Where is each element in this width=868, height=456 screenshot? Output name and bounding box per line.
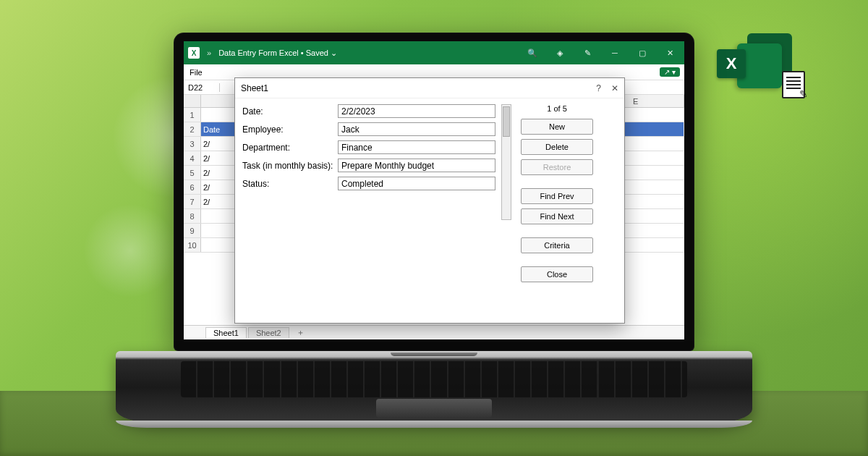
row-header[interactable]: 6: [184, 180, 201, 194]
excel-x-icon: X: [717, 49, 746, 78]
close-window-icon[interactable]: ✕: [660, 48, 680, 58]
dialog-title: Sheet1: [241, 83, 268, 93]
share-icon: ↗: [664, 68, 670, 76]
select-all-corner[interactable]: [184, 95, 201, 107]
field-label: Task (in monthly basis):: [242, 161, 338, 171]
document-edit-icon: [782, 71, 805, 98]
row-header[interactable]: 1: [184, 108, 201, 122]
field-input[interactable]: [338, 159, 495, 172]
record-counter: 1 of 5: [547, 104, 567, 113]
minimize-icon[interactable]: ─: [605, 48, 625, 57]
field-label: Department:: [242, 143, 338, 153]
share-button[interactable]: ↗ ▾: [660, 67, 680, 77]
laptop-keyboard: [181, 361, 687, 397]
pen-icon[interactable]: ✎: [577, 48, 597, 58]
find-next-button[interactable]: Find Next: [521, 208, 593, 224]
field-input[interactable]: [338, 122, 495, 136]
field-input[interactable]: [338, 104, 495, 118]
sheet-tab-bar: Sheet1 Sheet2 ＋: [184, 325, 684, 339]
criteria-button[interactable]: Criteria: [521, 237, 593, 253]
maximize-icon[interactable]: ▢: [632, 48, 652, 58]
row-header[interactable]: 2: [184, 122, 201, 136]
chevron-down-icon[interactable]: ⌄: [331, 48, 337, 57]
document-title: Data Entry Form Excel • Saved ⌄: [218, 48, 337, 58]
field-input[interactable]: [338, 177, 495, 190]
excel-app-icon: X: [188, 47, 200, 59]
row-header[interactable]: 8: [184, 209, 201, 223]
excel-floating-badge: X: [712, 30, 799, 96]
row-header[interactable]: 10: [184, 238, 201, 252]
help-icon[interactable]: ?: [596, 83, 601, 93]
title-bar: X » Data Entry Form Excel • Saved ⌄ 🔍 ◈ …: [184, 41, 684, 64]
row-header[interactable]: 4: [184, 151, 201, 165]
close-button[interactable]: Close: [521, 266, 593, 282]
laptop-trackpad: [376, 399, 492, 418]
field-label: Employee:: [242, 124, 338, 135]
add-sheet-button[interactable]: ＋: [291, 327, 310, 338]
quick-access-more-icon[interactable]: »: [207, 48, 211, 57]
delete-button[interactable]: Delete: [521, 139, 593, 155]
excel-window: X » Data Entry Form Excel • Saved ⌄ 🔍 ◈ …: [184, 41, 684, 339]
data-form-dialog: Sheet1 ? ✕ Date:Employee:Department:Task…: [234, 77, 625, 324]
restore-button: Restore: [521, 159, 593, 175]
field-label: Date:: [242, 106, 338, 117]
row-header[interactable]: 3: [184, 137, 201, 151]
sheet-tab[interactable]: Sheet2: [248, 327, 289, 338]
row-header[interactable]: 5: [184, 166, 201, 180]
file-menu[interactable]: File: [190, 68, 203, 77]
row-header[interactable]: 9: [184, 224, 201, 237]
diamond-icon[interactable]: ◈: [550, 48, 570, 58]
find-prev-button[interactable]: Find Prev: [521, 188, 593, 204]
row-header[interactable]: 7: [184, 195, 201, 208]
sheet-tab-active[interactable]: Sheet1: [205, 327, 247, 338]
field-input[interactable]: [338, 140, 495, 154]
chevron-down-icon: ▾: [672, 68, 676, 76]
close-icon[interactable]: ✕: [611, 83, 618, 93]
record-scrollbar[interactable]: [501, 104, 511, 220]
new-button[interactable]: New: [521, 119, 593, 135]
laptop-frame: X » Data Entry Form Excel • Saved ⌄ 🔍 ◈ …: [174, 33, 694, 423]
field-label: Status:: [242, 179, 338, 189]
name-box[interactable]: D22: [184, 83, 220, 92]
search-icon[interactable]: 🔍: [522, 48, 542, 58]
